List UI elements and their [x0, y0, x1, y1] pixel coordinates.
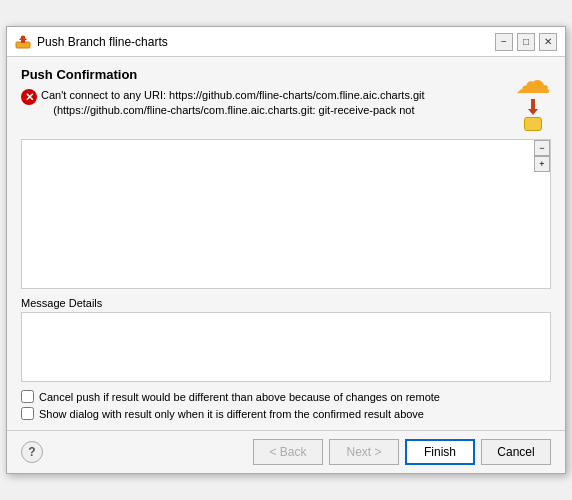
minimize-button[interactable]: −	[495, 33, 513, 51]
window-title: Push Branch fline-charts	[37, 35, 168, 49]
footer-buttons: < Back Next > Finish Cancel	[253, 439, 551, 465]
next-button[interactable]: Next >	[329, 439, 399, 465]
close-button[interactable]: ✕	[539, 33, 557, 51]
checkboxes: Cancel push if result would be different…	[21, 390, 551, 420]
message-section: Message Details	[21, 297, 551, 382]
error-row: ✕ Can't connect to any URI: https://gith…	[21, 88, 505, 119]
checkbox-row-1: Cancel push if result would be different…	[21, 390, 551, 403]
error-icon: ✕	[21, 89, 37, 105]
message-textarea[interactable]	[21, 312, 551, 382]
page-title: Push Confirmation	[21, 67, 505, 82]
footer-left: ?	[21, 441, 43, 463]
show-dialog-checkbox[interactable]	[21, 407, 34, 420]
cloud-area: ☁	[515, 63, 551, 131]
show-dialog-label: Show dialog with result only when it is …	[39, 408, 424, 420]
title-bar-controls: − □ ✕	[495, 33, 557, 51]
help-button[interactable]: ?	[21, 441, 43, 463]
back-button[interactable]: < Back	[253, 439, 323, 465]
header-row: Push Confirmation ✕ Can't connect to any…	[21, 67, 551, 131]
restore-button[interactable]: □	[517, 33, 535, 51]
title-bar: Push Branch fline-charts − □ ✕	[7, 27, 565, 57]
dialog-content: Push Confirmation ✕ Can't connect to any…	[7, 57, 565, 430]
cloud-icon: ☁	[515, 63, 551, 99]
cancel-push-label: Cancel push if result would be different…	[39, 391, 440, 403]
git-push-icon	[15, 34, 31, 50]
scroll-up-button[interactable]: −	[534, 140, 550, 156]
log-area[interactable]: − +	[21, 139, 551, 289]
checkbox-row-2: Show dialog with result only when it is …	[21, 407, 551, 420]
message-label: Message Details	[21, 297, 551, 309]
footer: ? < Back Next > Finish Cancel	[7, 430, 565, 473]
log-scrollbar: − +	[534, 140, 550, 172]
database-icon	[524, 117, 542, 131]
finish-button[interactable]: Finish	[405, 439, 475, 465]
arrow-icon	[529, 99, 537, 115]
header-left: Push Confirmation ✕ Can't connect to any…	[21, 67, 505, 119]
cancel-button[interactable]: Cancel	[481, 439, 551, 465]
scroll-down-button[interactable]: +	[534, 156, 550, 172]
cancel-push-checkbox[interactable]	[21, 390, 34, 403]
push-branch-window: Push Branch fline-charts − □ ✕ Push Conf…	[6, 26, 566, 474]
error-text: Can't connect to any URI: https://github…	[41, 88, 425, 119]
svg-marker-2	[19, 35, 27, 40]
title-bar-left: Push Branch fline-charts	[15, 34, 168, 50]
